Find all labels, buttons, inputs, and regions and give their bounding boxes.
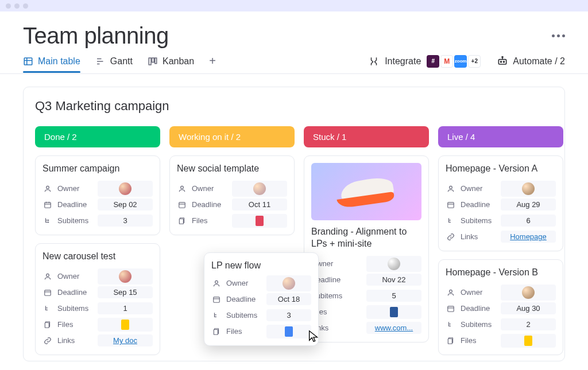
- subitems-value[interactable]: 3: [266, 309, 311, 321]
- view-main-table[interactable]: Main table: [23, 56, 80, 72]
- integrate-icon: [369, 56, 379, 67]
- person-icon: [446, 289, 456, 297]
- avatar: [522, 286, 535, 299]
- view-label: Main table: [38, 56, 80, 67]
- svg-point-10: [501, 61, 502, 62]
- links-value[interactable]: Homepage: [501, 231, 556, 243]
- person-icon: [42, 272, 53, 281]
- svg-rect-32: [214, 297, 220, 302]
- field-label: Files: [461, 336, 501, 345]
- calendar-icon: [42, 201, 53, 209]
- svg-point-13: [502, 56, 503, 57]
- column-header-done[interactable]: Done / 2: [35, 126, 160, 147]
- card-homepage-version-a[interactable]: Homepage - Version A Owner DeadlineAug 2…: [438, 155, 563, 251]
- card-homepage-version-b[interactable]: Homepage - Version B Owner DeadlineAug 3…: [438, 259, 563, 355]
- integration-icons: # M zoom +2: [427, 55, 481, 68]
- view-label: Gantt: [110, 56, 133, 67]
- field-label: Links: [461, 232, 501, 241]
- svg-rect-25: [45, 322, 49, 328]
- field-label: Links: [57, 336, 98, 345]
- field-label: Owner: [461, 184, 501, 193]
- field-label: Owner: [226, 279, 266, 287]
- link-icon: [446, 233, 456, 241]
- svg-point-19: [48, 220, 49, 220]
- deadline-value[interactable]: Nov 22: [366, 274, 421, 286]
- svg-rect-22: [45, 290, 51, 295]
- card-new-carousel-test[interactable]: New carousel test Owner DeadlineSep 15 S…: [35, 243, 160, 355]
- subitems-icon: [211, 311, 222, 320]
- field-label: Files: [226, 327, 266, 336]
- add-view-button[interactable]: +: [209, 54, 216, 73]
- owner-value[interactable]: [98, 181, 153, 197]
- files-icon: [177, 217, 187, 225]
- automate-button[interactable]: Automate / 2: [497, 56, 565, 67]
- files-value[interactable]: [232, 214, 287, 228]
- field-label: Owner: [57, 184, 98, 193]
- subitems-value[interactable]: 1: [98, 302, 153, 314]
- card-summer-campaign[interactable]: Summer campaign Owner DeadlineSep 02 Sub…: [35, 155, 160, 235]
- files-value[interactable]: [366, 305, 421, 319]
- file-docx-icon: [390, 307, 398, 317]
- deadline-value[interactable]: Sep 02: [98, 198, 153, 211]
- owner-value[interactable]: [266, 275, 311, 291]
- field-label: Owner: [461, 288, 501, 297]
- deadline-value[interactable]: Oct 11: [232, 198, 287, 211]
- subitems-value[interactable]: 3: [98, 215, 153, 227]
- column-header-working[interactable]: Working on it / 2: [169, 126, 295, 147]
- column-header-stuck[interactable]: Stuck / 1: [304, 126, 429, 147]
- calendar-icon: [177, 201, 187, 209]
- subitems-value[interactable]: 5: [366, 290, 421, 302]
- card-new-social-template[interactable]: New social template Owner DeadlineOct 11…: [169, 155, 295, 235]
- svg-point-20: [48, 222, 49, 223]
- svg-rect-7: [152, 58, 154, 63]
- subitems-value[interactable]: 6: [501, 215, 556, 227]
- field-label: Links: [311, 324, 366, 332]
- links-value[interactable]: My doc: [98, 334, 153, 346]
- svg-point-26: [181, 186, 184, 189]
- automate-label: Automate / 2: [513, 56, 565, 67]
- calendar-icon: [446, 305, 456, 313]
- field-label: Deadline: [226, 295, 266, 303]
- field-label: Deadline: [57, 288, 98, 297]
- deadline-value[interactable]: Aug 29: [501, 198, 556, 211]
- browser-window-controls: [0, 0, 588, 11]
- avatar: [522, 182, 535, 195]
- deadline-value[interactable]: Oct 18: [266, 293, 311, 305]
- view-kanban[interactable]: Kanban: [148, 56, 194, 72]
- calendar-icon: [42, 289, 53, 297]
- owner-value[interactable]: [501, 285, 556, 301]
- field-label: Deadline: [57, 200, 98, 209]
- integrate-button[interactable]: Integrate # M zoom +2: [369, 55, 481, 68]
- owner-value[interactable]: [232, 181, 287, 197]
- deadline-value[interactable]: Sep 15: [98, 286, 153, 298]
- owner-value[interactable]: [501, 181, 556, 197]
- view-gantt[interactable]: Gantt: [95, 56, 133, 72]
- svg-point-21: [47, 274, 49, 276]
- files-value[interactable]: [266, 325, 311, 338]
- files-value[interactable]: [501, 334, 556, 348]
- svg-point-14: [47, 186, 49, 189]
- owner-value[interactable]: [366, 256, 421, 272]
- svg-point-39: [450, 290, 452, 293]
- deadline-value[interactable]: Aug 30: [501, 302, 556, 314]
- field-label: Subitems: [461, 216, 501, 225]
- subitems-value[interactable]: 2: [501, 318, 556, 330]
- card-title: LP new flow: [211, 260, 311, 272]
- view-label: Kanban: [163, 56, 194, 67]
- links-value[interactable]: www.com...: [366, 322, 421, 334]
- file-doc-icon: [121, 320, 129, 330]
- card-lp-new-flow-dragging[interactable]: LP new flow Owner DeadlineOct 18 Subitem…: [204, 252, 319, 346]
- field-label: Owner: [192, 184, 232, 193]
- person-icon: [211, 279, 222, 287]
- column-header-live[interactable]: Live / 4: [438, 126, 563, 147]
- files-value[interactable]: [98, 318, 153, 332]
- field-label: Subitems: [57, 304, 98, 313]
- owner-value[interactable]: [98, 268, 153, 285]
- field-label: Owner: [311, 259, 366, 268]
- field-label: Deadline: [461, 200, 501, 209]
- more-options-button[interactable]: [552, 34, 565, 37]
- file-gdoc-icon: [285, 326, 293, 337]
- person-icon: [42, 185, 53, 193]
- card-branding-alignment[interactable]: Branding - Alignment to LPs + mini-site …: [304, 155, 429, 342]
- gmail-icon: M: [440, 55, 453, 68]
